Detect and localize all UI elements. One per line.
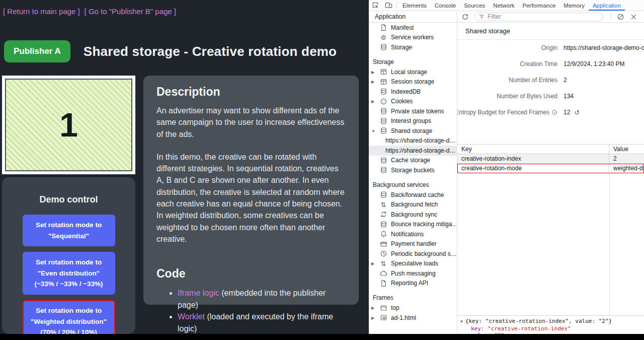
sidebar-item-payment-handler[interactable]: Payment handler (369, 239, 457, 249)
page-title: Shared storage - Creative rotation demo (84, 44, 337, 59)
sidebar-section-background-services: Background services (369, 180, 457, 190)
clock-icon (379, 250, 387, 258)
block-icon[interactable] (617, 13, 624, 21)
tab-console[interactable]: Console (431, 0, 460, 11)
preview-summary-line: ▼{key: "creative-rotation-index", value:… (460, 318, 642, 325)
inspect-element-icon[interactable] (369, 0, 382, 11)
code-list-item: Worklet (loaded and executed by the ifra… (178, 311, 346, 334)
sidebar-item-reporting-api[interactable]: Reporting API (369, 279, 457, 289)
sidebar-item-local-storage[interactable]: ▶Local storage (369, 67, 457, 77)
toolbar-divider (611, 13, 611, 20)
cookie-icon (379, 97, 387, 105)
card-icon (379, 240, 387, 248)
filter-input[interactable] (488, 13, 599, 20)
column-header-key[interactable]: Key (457, 145, 609, 154)
sidebar-item-label: Push messaging (369, 270, 436, 277)
sidebar-item-label: Reporting API (369, 280, 428, 287)
toolbar-divider (396, 2, 397, 9)
sidebar-item-private-state-tokens[interactable]: Private state tokens (369, 106, 457, 116)
db-icon (379, 43, 387, 51)
sidebar-item-background-sync[interactable]: Background sync (369, 210, 457, 220)
sidebar-item-background-fetch[interactable]: ⇅Background fetch (369, 200, 457, 210)
tab-memory[interactable]: Memory (559, 0, 589, 11)
storage-entry-row-creative-rotation-mode[interactable]: creative-rotation-modeweighted-dist (457, 164, 644, 173)
storage-entry-row-creative-rotation-index[interactable]: creative-rotation-index2 (457, 154, 644, 164)
sidebar-item-ad-1-html[interactable]: ▶ad-1.html (369, 313, 457, 323)
refresh-icon[interactable] (461, 13, 469, 21)
rotation-mode-button-sequential[interactable]: Set rotation mode to"Sequential" (23, 215, 115, 246)
tab-network[interactable]: Network (489, 0, 518, 11)
meta-value-text: https://shared-storage-demo-co (564, 44, 644, 51)
tab-performance[interactable]: Performance (519, 0, 560, 11)
sidebar-item-session-storage[interactable]: ▶Session storage (369, 77, 457, 87)
db-icon (379, 107, 387, 115)
meta-value-text: 134 (564, 93, 574, 100)
db-icon (379, 117, 387, 125)
column-header-value[interactable]: Value (609, 146, 644, 153)
chevron-down-icon[interactable]: ▼ (371, 128, 375, 133)
sidebar-item-periodic-background-s[interactable]: Periodic background s… (369, 249, 457, 259)
meta-row-origin: Originhttps://shared-storage-demo-co (457, 40, 644, 56)
sidebar-item-back-forward-cache[interactable]: Back/forward cache (369, 190, 457, 200)
chevron-right-icon[interactable]: ▶ (371, 315, 374, 320)
nav-link-1[interactable]: [ Go to "Publisher B" page ] (85, 7, 176, 16)
sidebar-item-top[interactable]: ▶top (369, 303, 457, 313)
preview-entry-value: "creative-rotation-index" (488, 325, 571, 332)
info-icon[interactable] (551, 109, 557, 115)
db-icon (379, 127, 387, 135)
chevron-right-icon[interactable]: ▶ (371, 80, 374, 84)
code-link-iframe-logic[interactable]: Iframe logic (178, 289, 219, 297)
expander-triangle-icon[interactable]: ▼ (460, 319, 463, 324)
db-icon (379, 88, 387, 96)
close-icon[interactable] (630, 13, 637, 21)
code-link-worklet[interactable]: Worklet (178, 312, 205, 321)
sidebar-item-label: ad-1.html (369, 314, 416, 321)
sidebar-item-manifest[interactable]: Manifest (369, 23, 457, 33)
rotation-mode-button-weighted-distribution[interactable]: Set rotation mode to"Weighted distributi… (23, 300, 115, 334)
tab-elements[interactable]: Elements (398, 0, 431, 11)
filter-input-container[interactable] (474, 13, 603, 21)
meta-row-number-of-bytes-used: Number of Bytes Used134 (457, 88, 644, 104)
tab-sources[interactable]: Sources (460, 0, 489, 11)
sidebar-item-push-messaging[interactable]: Push messaging (369, 268, 457, 279)
sidebar-item-label: Shared storage (369, 127, 432, 134)
meta-value-text: 12/9/2024, 1:23:40 PM (564, 60, 624, 67)
sidebar-item-storage-buckets[interactable]: Storage buckets (369, 165, 457, 175)
meta-label: Creation Time (457, 60, 557, 67)
page-header: Publisher A Shared storage - Creative ro… (4, 40, 366, 62)
sidebar-item-label: Manifest (369, 24, 414, 31)
sidebar-item-storage[interactable]: Storage (369, 42, 457, 52)
sidebar-item-https-shared-storage-d[interactable]: https://shared-storage-d… (369, 136, 457, 146)
chevron-right-icon[interactable]: ▶ (371, 70, 374, 74)
sidebar-item-label: Local storage (369, 69, 427, 76)
sidebar-item-label: Cache storage (369, 157, 430, 164)
chevron-right-icon[interactable]: ▶ (371, 306, 374, 310)
sidebar-item-service-workers[interactable]: ⚙Service workers (369, 33, 457, 43)
nav-link-0[interactable]: [ Return to main page ] (3, 7, 80, 16)
sidebar-item-interest-groups[interactable]: Interest groups (369, 116, 457, 126)
db-icon (379, 191, 387, 199)
meta-label: Number of Bytes Used (457, 93, 557, 100)
chevron-right-icon[interactable]: ▶ (371, 99, 374, 104)
tab-application[interactable]: Application (589, 0, 625, 11)
meta-label-text: Number of Bytes Used (497, 93, 557, 100)
sidebar-item-notifications[interactable]: Notifications (369, 229, 457, 239)
sidebar-item-cache-storage[interactable]: Cache storage (369, 156, 457, 166)
sidebar-item-https-shared-storage-d[interactable]: https://shared-storage-d… (369, 146, 457, 156)
sidebar-item-bounce-tracking-mitiga[interactable]: Bounce tracking mitiga… (369, 220, 457, 230)
sidebar-item-speculative-loads[interactable]: ▶⇅Speculative loads (369, 259, 457, 269)
chevron-right-icon[interactable]: ▶ (371, 261, 374, 266)
device-toolbar-icon[interactable] (382, 0, 395, 11)
rotation-mode-button-even-distribution[interactable]: Set rotation mode to"Even distribution"(… (23, 252, 115, 295)
gears-icon: ⚙ (379, 33, 387, 41)
table-header-row: KeyValue (457, 145, 644, 154)
reset-budget-icon[interactable]: ↺ (574, 109, 580, 116)
entry-preview-pane: ▼{key: "creative-rotation-index", value:… (457, 315, 644, 334)
bell-icon (379, 230, 387, 238)
storage-entries-table: KeyValuecreative-rotation-index2creative… (457, 144, 644, 173)
sidebar-item-shared-storage[interactable]: ▼Shared storage (369, 126, 457, 136)
sidebar-item-cookies[interactable]: ▶Cookies (369, 97, 457, 107)
preview-entry-value: "2" (494, 332, 504, 334)
sidebar-item-indexeddb[interactable]: IndexedDB (369, 87, 457, 97)
meta-value: 2 (564, 77, 567, 84)
